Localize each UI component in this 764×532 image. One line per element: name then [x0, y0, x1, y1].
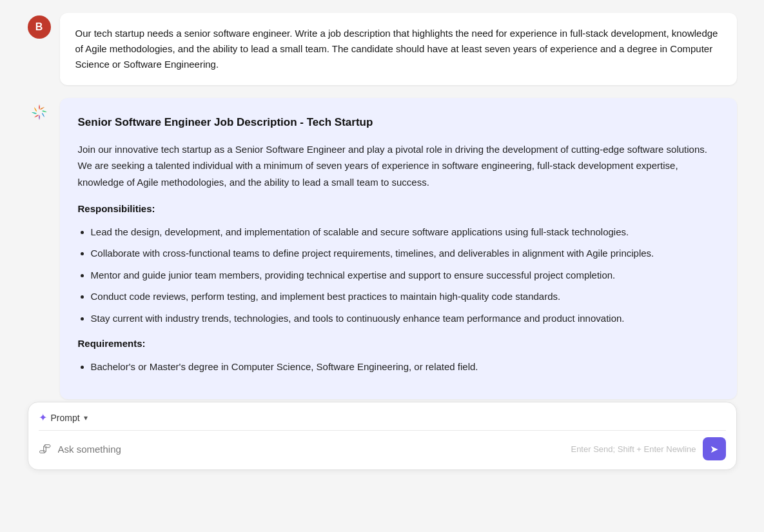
- input-container: ✦ Prompt ▾ 🖇 Enter Send; Shift + Enter N…: [28, 402, 737, 470]
- chevron-down-icon[interactable]: ▾: [84, 413, 88, 422]
- divider: [39, 430, 726, 431]
- ai-message-row: Senior Software Engineer Job Description…: [28, 98, 737, 399]
- list-item: Stay current with industry trends, techn…: [91, 310, 719, 327]
- responsibilities-heading: Responsibilities:: [78, 201, 719, 217]
- user-message-bubble: Our tech startup needs a senior software…: [60, 13, 737, 85]
- input-row: 🖇 Enter Send; Shift + Enter Newline ➤: [39, 437, 726, 460]
- requirements-list: Bachelor's or Master's degree in Compute…: [78, 359, 719, 375]
- list-item: Lead the design, development, and implem…: [91, 224, 719, 241]
- list-item: Mentor and guide junior team members, pr…: [91, 267, 719, 284]
- requirements-heading: Requirements:: [78, 335, 719, 352]
- send-icon: ➤: [710, 443, 718, 455]
- avatar: B: [28, 15, 51, 39]
- sparkle-icon: ✦: [39, 411, 47, 424]
- ai-message-bubble: Senior Software Engineer Job Description…: [60, 98, 737, 399]
- ai-logo: [28, 101, 51, 124]
- ask-input[interactable]: [58, 444, 565, 455]
- ai-intro-text: Join our innovative tech startup as a Se…: [78, 141, 719, 191]
- send-button[interactable]: ➤: [703, 437, 726, 460]
- list-item: Conduct code reviews, perform testing, a…: [91, 288, 719, 305]
- prompt-label: Prompt: [51, 413, 80, 423]
- user-message-text: Our tech startup needs a senior software…: [75, 28, 718, 70]
- keyboard-hint: Enter Send; Shift + Enter Newline: [571, 444, 696, 454]
- prompt-row: ✦ Prompt ▾: [39, 411, 726, 424]
- list-item: Collaborate with cross-functional teams …: [91, 245, 719, 262]
- responsibilities-list: Lead the design, development, and implem…: [78, 224, 719, 327]
- list-item: Bachelor's or Master's degree in Compute…: [91, 359, 719, 375]
- ai-logo-icon: [30, 103, 48, 121]
- ai-response-title: Senior Software Engineer Job Description…: [78, 113, 719, 132]
- user-message-row: B Our tech startup needs a senior softwa…: [28, 13, 737, 85]
- attach-icon[interactable]: 🖇: [39, 442, 52, 457]
